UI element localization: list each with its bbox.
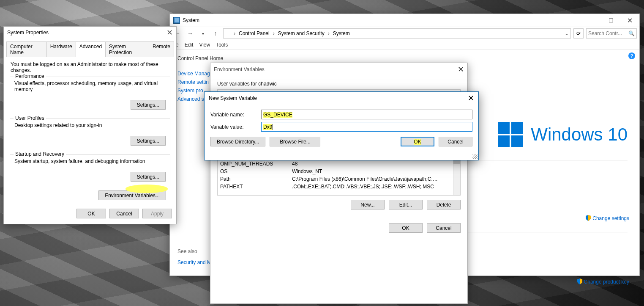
- minimize-button[interactable]: —: [582, 14, 601, 26]
- maximize-button[interactable]: ☐: [601, 14, 620, 26]
- ok-button[interactable]: OK: [76, 209, 106, 218]
- system-delete-button[interactable]: Delete: [427, 200, 461, 210]
- search-box[interactable]: Search Contr... 🔍: [586, 28, 637, 39]
- tab-computer-name[interactable]: Computer Name: [6, 41, 47, 57]
- control-panel-home-link[interactable]: Control Panel Home: [177, 54, 254, 63]
- variable-value-label: Variable value:: [210, 124, 261, 130]
- user-profiles-group: User Profiles Desktop settings related t…: [10, 119, 170, 150]
- admin-notice: You must be logged on as an Administrato…: [11, 61, 169, 73]
- tab-remote[interactable]: Remote: [149, 41, 174, 57]
- startup-recovery-legend: Startup and Recovery: [14, 151, 66, 157]
- security-maintenance-link[interactable]: Security and M: [177, 259, 211, 265]
- sysprops-titlebar: System Properties ✕: [4, 27, 176, 39]
- table-row[interactable]: PathC:\Program Files (x86)\Common Files\…: [218, 175, 460, 183]
- close-button[interactable]: ✕: [620, 14, 639, 26]
- windows-squares-icon: [498, 122, 523, 147]
- startup-recovery-group: Startup and Recovery System startup, sys…: [10, 154, 170, 186]
- envvars-bottom: OK Cancel: [210, 221, 467, 236]
- envvars-title: Environment Variables: [214, 66, 265, 72]
- cancel-button[interactable]: Cancel: [439, 137, 472, 146]
- nsv-title: New System Variable: [209, 95, 257, 101]
- new-system-variable-dialog: New System Variable ✕ Variable name: GS_…: [204, 91, 479, 160]
- text-caret: [273, 124, 273, 130]
- pc-icon: [225, 30, 232, 37]
- change-settings-link[interactable]: Change settings: [586, 215, 629, 221]
- sysprops-tabs: Computer Name Hardware Advanced System P…: [6, 41, 174, 57]
- tab-advanced[interactable]: Advanced: [76, 41, 106, 57]
- system-icon: [173, 17, 180, 24]
- cancel-button[interactable]: Cancel: [427, 223, 461, 233]
- user-vars-label: User variables for chadwic: [217, 81, 461, 87]
- recent-dropdown[interactable]: ▾: [198, 28, 208, 39]
- cell-variable: Path: [218, 175, 289, 183]
- close-icon[interactable]: ✕: [458, 65, 464, 74]
- crumb-sys-security[interactable]: System and Security: [276, 30, 326, 36]
- system-titlebar: System — ☐ ✕: [170, 14, 639, 27]
- user-profiles-desc: Desktop settings related to your sign-in: [14, 122, 166, 128]
- menu-view[interactable]: View: [199, 42, 210, 48]
- browse-file-button[interactable]: Browse File...: [270, 137, 320, 146]
- close-icon[interactable]: ✕: [468, 94, 474, 103]
- windows10-text: Windows 10: [531, 124, 628, 145]
- breadcrumb-bar[interactable]: › Control Panel › System and Security › …: [223, 28, 571, 39]
- system-properties-dialog: System Properties ✕ Computer Name Hardwa…: [3, 26, 177, 224]
- change-product-key-link[interactable]: Change product key: [577, 278, 629, 285]
- menu-tools[interactable]: Tools: [216, 42, 228, 48]
- crumb-control-panel[interactable]: Control Panel: [237, 30, 271, 36]
- variable-value-input[interactable]: Dx9: [261, 122, 472, 132]
- envvars-titlebar: Environment Variables ✕: [210, 63, 467, 76]
- resize-grip[interactable]: [472, 154, 478, 159]
- cell-value: 48: [289, 160, 442, 168]
- refresh-button[interactable]: ⟳: [573, 28, 584, 39]
- system-title: System: [183, 17, 199, 23]
- address-row: ← → ▾ ↑ › Control Panel › System and Sec…: [170, 27, 639, 40]
- variable-value-value: Dx9: [263, 124, 272, 130]
- table-row[interactable]: OSWindows_NT: [218, 168, 460, 175]
- cell-variable: PATHEXT: [218, 183, 289, 190]
- table-row[interactable]: PATHEXT.COM;.EXE;.BAT;.CMD;.VBS;.VBE;.JS…: [218, 183, 460, 190]
- system-edit-button[interactable]: Edit...: [389, 200, 423, 210]
- sysprops-bottom-buttons: OK Cancel Apply: [4, 206, 176, 221]
- variable-name-label: Variable name:: [210, 112, 261, 118]
- cell-variable: OS: [218, 168, 289, 175]
- forward-button[interactable]: →: [185, 28, 195, 39]
- windows-logo: Windows 10: [498, 122, 628, 147]
- startup-recovery-desc: System startup, system failure, and debu…: [14, 158, 166, 164]
- ok-button[interactable]: OK: [389, 223, 423, 233]
- addr-dropdown-icon[interactable]: ⌄: [565, 30, 569, 36]
- table-row[interactable]: OMP_NUM_THREADS48: [218, 160, 460, 168]
- crumb-system[interactable]: System: [331, 30, 352, 36]
- startup-recovery-settings-button[interactable]: Settings...: [131, 172, 166, 182]
- tab-hardware[interactable]: Hardware: [46, 41, 76, 57]
- tab-system-protection[interactable]: System Protection: [105, 41, 149, 57]
- shield-icon: [586, 215, 591, 221]
- highlight-blob: [126, 185, 168, 193]
- system-vars-buttons: New... Edit... Delete: [217, 200, 461, 210]
- menubar: e Edit View Tools: [170, 40, 639, 50]
- search-placeholder: Search Contr...: [588, 30, 622, 36]
- cell-variable: OMP_NUM_THREADS: [218, 160, 289, 168]
- performance-settings-button[interactable]: Settings...: [131, 100, 166, 110]
- performance-group: Performance Visual effects, processor sc…: [10, 77, 170, 114]
- browse-directory-button[interactable]: Browse Directory...: [210, 137, 265, 146]
- help-icon[interactable]: ?: [628, 52, 635, 59]
- close-icon[interactable]: ✕: [166, 28, 173, 37]
- cancel-button[interactable]: Cancel: [109, 209, 139, 218]
- variable-name-input[interactable]: GS_DEVICE: [261, 110, 472, 119]
- search-icon: 🔍: [628, 30, 635, 36]
- apply-button: Apply: [142, 209, 172, 218]
- up-button[interactable]: ↑: [210, 28, 221, 39]
- ok-button[interactable]: OK: [401, 137, 434, 146]
- see-also: See also Security and M: [177, 248, 211, 265]
- cell-value: .COM;.EXE;.BAT;.CMD;.VBS;.VBE;.JS;.JSE;.…: [289, 183, 442, 190]
- user-profiles-legend: User Profiles: [14, 115, 46, 121]
- nsv-titlebar: New System Variable ✕: [205, 92, 478, 105]
- cell-value: Windows_NT: [289, 168, 442, 175]
- user-profiles-settings-button[interactable]: Settings...: [131, 136, 166, 146]
- sysprops-title: System Properties: [7, 30, 49, 36]
- system-new-button[interactable]: New...: [351, 200, 385, 210]
- performance-legend: Performance: [14, 73, 46, 79]
- performance-desc: Visual effects, processor scheduling, me…: [14, 80, 166, 92]
- menu-edit[interactable]: Edit: [185, 42, 194, 48]
- see-also-label: See also: [177, 248, 211, 254]
